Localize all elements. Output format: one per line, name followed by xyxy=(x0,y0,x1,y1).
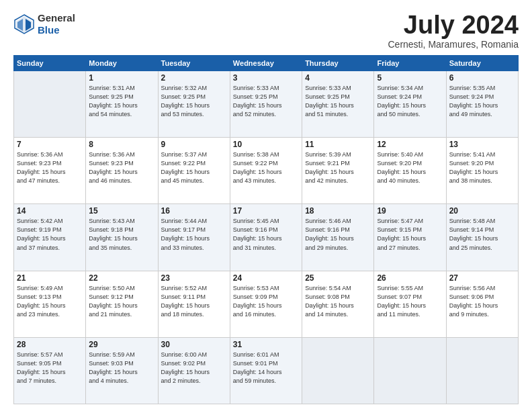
day-number: 10 xyxy=(233,140,299,149)
table-row: 19Sunrise: 5:47 AM Sunset: 9:15 PM Dayli… xyxy=(374,204,446,271)
logo-general: General xyxy=(38,12,75,24)
col-friday: Friday xyxy=(374,56,446,71)
calendar-week-4: 21Sunrise: 5:49 AM Sunset: 9:13 PM Dayli… xyxy=(14,271,519,337)
table-row: 23Sunrise: 5:52 AM Sunset: 9:11 PM Dayli… xyxy=(158,271,230,337)
table-row: 15Sunrise: 5:43 AM Sunset: 9:18 PM Dayli… xyxy=(86,204,158,271)
calendar-week-2: 7Sunrise: 5:36 AM Sunset: 9:23 PM Daylig… xyxy=(14,138,519,204)
day-number: 11 xyxy=(305,140,371,149)
day-number: 18 xyxy=(305,206,371,216)
table-row: 26Sunrise: 5:55 AM Sunset: 9:07 PM Dayli… xyxy=(374,271,446,337)
day-info: Sunrise: 5:39 AM Sunset: 9:21 PM Dayligh… xyxy=(305,150,371,185)
col-saturday: Saturday xyxy=(446,56,518,71)
day-number: 19 xyxy=(377,206,443,216)
header: General Blue July 2024 Cernesti, Maramur… xyxy=(13,12,519,50)
col-tuesday: Tuesday xyxy=(158,56,230,71)
day-number: 14 xyxy=(17,206,83,216)
calendar-week-3: 14Sunrise: 5:42 AM Sunset: 9:19 PM Dayli… xyxy=(14,204,519,271)
table-row: 11Sunrise: 5:39 AM Sunset: 9:21 PM Dayli… xyxy=(302,138,374,204)
day-number: 23 xyxy=(161,273,227,283)
calendar-week-1: 1Sunrise: 5:31 AM Sunset: 9:25 PM Daylig… xyxy=(14,71,519,138)
day-info: Sunrise: 5:56 AM Sunset: 9:06 PM Dayligh… xyxy=(449,284,515,319)
calendar-table: Sunday Monday Tuesday Wednesday Thursday… xyxy=(13,55,519,404)
day-info: Sunrise: 5:34 AM Sunset: 9:24 PM Dayligh… xyxy=(377,84,443,119)
col-sunday: Sunday xyxy=(14,56,86,71)
day-number: 30 xyxy=(161,340,227,349)
table-row: 2Sunrise: 5:32 AM Sunset: 9:25 PM Daylig… xyxy=(158,71,230,138)
day-info: Sunrise: 5:57 AM Sunset: 9:05 PM Dayligh… xyxy=(17,351,83,385)
day-info: Sunrise: 5:42 AM Sunset: 9:19 PM Dayligh… xyxy=(17,217,83,252)
table-row: 9Sunrise: 5:37 AM Sunset: 9:22 PM Daylig… xyxy=(158,138,230,204)
table-row xyxy=(374,337,446,404)
calendar-week-5: 28Sunrise: 5:57 AM Sunset: 9:05 PM Dayli… xyxy=(14,337,519,404)
day-info: Sunrise: 5:44 AM Sunset: 9:17 PM Dayligh… xyxy=(161,217,227,252)
table-row xyxy=(446,337,518,404)
table-row: 3Sunrise: 5:33 AM Sunset: 9:25 PM Daylig… xyxy=(230,71,302,138)
table-row: 14Sunrise: 5:42 AM Sunset: 9:19 PM Dayli… xyxy=(14,204,86,271)
day-number: 21 xyxy=(17,273,83,283)
day-number: 25 xyxy=(305,273,371,283)
table-row: 25Sunrise: 5:54 AM Sunset: 9:08 PM Dayli… xyxy=(302,271,374,337)
day-number: 27 xyxy=(449,273,515,283)
day-info: Sunrise: 5:36 AM Sunset: 9:23 PM Dayligh… xyxy=(89,150,154,185)
day-number: 29 xyxy=(89,340,154,349)
table-row: 8Sunrise: 5:36 AM Sunset: 9:23 PM Daylig… xyxy=(86,138,158,204)
day-info: Sunrise: 5:48 AM Sunset: 9:14 PM Dayligh… xyxy=(449,217,515,252)
table-row: 31Sunrise: 6:01 AM Sunset: 9:01 PM Dayli… xyxy=(230,337,302,404)
table-row: 12Sunrise: 5:40 AM Sunset: 9:20 PM Dayli… xyxy=(374,138,446,204)
location: Cernesti, Maramures, Romania xyxy=(388,39,519,50)
day-info: Sunrise: 5:54 AM Sunset: 9:08 PM Dayligh… xyxy=(305,284,371,319)
table-row xyxy=(14,71,86,138)
day-info: Sunrise: 5:32 AM Sunset: 9:25 PM Dayligh… xyxy=(161,84,227,119)
day-info: Sunrise: 5:36 AM Sunset: 9:23 PM Dayligh… xyxy=(17,150,83,185)
day-info: Sunrise: 5:43 AM Sunset: 9:18 PM Dayligh… xyxy=(89,217,154,252)
table-row: 1Sunrise: 5:31 AM Sunset: 9:25 PM Daylig… xyxy=(86,71,158,138)
day-number: 15 xyxy=(89,206,154,216)
table-row: 21Sunrise: 5:49 AM Sunset: 9:13 PM Dayli… xyxy=(14,271,86,337)
day-info: Sunrise: 5:52 AM Sunset: 9:11 PM Dayligh… xyxy=(161,284,227,319)
day-info: Sunrise: 5:47 AM Sunset: 9:15 PM Dayligh… xyxy=(377,217,443,252)
day-info: Sunrise: 5:45 AM Sunset: 9:16 PM Dayligh… xyxy=(233,217,299,252)
table-row: 24Sunrise: 5:53 AM Sunset: 9:09 PM Dayli… xyxy=(230,271,302,337)
table-row: 13Sunrise: 5:41 AM Sunset: 9:20 PM Dayli… xyxy=(446,138,518,204)
logo-blue: Blue xyxy=(38,24,60,36)
day-number: 17 xyxy=(233,206,299,216)
table-row: 27Sunrise: 5:56 AM Sunset: 9:06 PM Dayli… xyxy=(446,271,518,337)
table-row xyxy=(302,337,374,404)
day-number: 6 xyxy=(449,73,515,83)
day-info: Sunrise: 5:55 AM Sunset: 9:07 PM Dayligh… xyxy=(377,284,443,319)
calendar-header-row: Sunday Monday Tuesday Wednesday Thursday… xyxy=(14,56,519,71)
day-info: Sunrise: 5:59 AM Sunset: 9:03 PM Dayligh… xyxy=(89,351,154,385)
day-number: 24 xyxy=(233,273,299,283)
day-info: Sunrise: 5:41 AM Sunset: 9:20 PM Dayligh… xyxy=(449,150,515,185)
day-info: Sunrise: 5:31 AM Sunset: 9:25 PM Dayligh… xyxy=(89,84,154,119)
day-number: 3 xyxy=(233,73,299,83)
table-row: 18Sunrise: 5:46 AM Sunset: 9:16 PM Dayli… xyxy=(302,204,374,271)
day-number: 1 xyxy=(89,73,154,83)
day-number: 28 xyxy=(17,340,83,349)
logo: General Blue xyxy=(13,12,75,36)
day-info: Sunrise: 5:53 AM Sunset: 9:09 PM Dayligh… xyxy=(233,284,299,319)
day-info: Sunrise: 5:33 AM Sunset: 9:25 PM Dayligh… xyxy=(305,84,371,119)
col-wednesday: Wednesday xyxy=(230,56,302,71)
table-row: 5Sunrise: 5:34 AM Sunset: 9:24 PM Daylig… xyxy=(374,71,446,138)
day-info: Sunrise: 5:33 AM Sunset: 9:25 PM Dayligh… xyxy=(233,84,299,119)
table-row: 28Sunrise: 5:57 AM Sunset: 9:05 PM Dayli… xyxy=(14,337,86,404)
page: General Blue July 2024 Cernesti, Maramur… xyxy=(0,0,532,411)
day-number: 26 xyxy=(377,273,443,283)
title-area: July 2024 Cernesti, Maramures, Romania xyxy=(388,12,519,50)
day-info: Sunrise: 5:49 AM Sunset: 9:13 PM Dayligh… xyxy=(17,284,83,319)
day-info: Sunrise: 5:46 AM Sunset: 9:16 PM Dayligh… xyxy=(305,217,371,252)
table-row: 7Sunrise: 5:36 AM Sunset: 9:23 PM Daylig… xyxy=(14,138,86,204)
table-row: 29Sunrise: 5:59 AM Sunset: 9:03 PM Dayli… xyxy=(86,337,158,404)
day-number: 31 xyxy=(233,340,299,349)
table-row: 17Sunrise: 5:45 AM Sunset: 9:16 PM Dayli… xyxy=(230,204,302,271)
table-row: 22Sunrise: 5:50 AM Sunset: 9:12 PM Dayli… xyxy=(86,271,158,337)
day-info: Sunrise: 5:37 AM Sunset: 9:22 PM Dayligh… xyxy=(161,150,227,185)
table-row: 30Sunrise: 6:00 AM Sunset: 9:02 PM Dayli… xyxy=(158,337,230,404)
day-number: 12 xyxy=(377,140,443,149)
table-row: 10Sunrise: 5:38 AM Sunset: 9:22 PM Dayli… xyxy=(230,138,302,204)
col-monday: Monday xyxy=(86,56,158,71)
table-row: 4Sunrise: 5:33 AM Sunset: 9:25 PM Daylig… xyxy=(302,71,374,138)
day-number: 13 xyxy=(449,140,515,149)
day-number: 4 xyxy=(305,73,371,83)
